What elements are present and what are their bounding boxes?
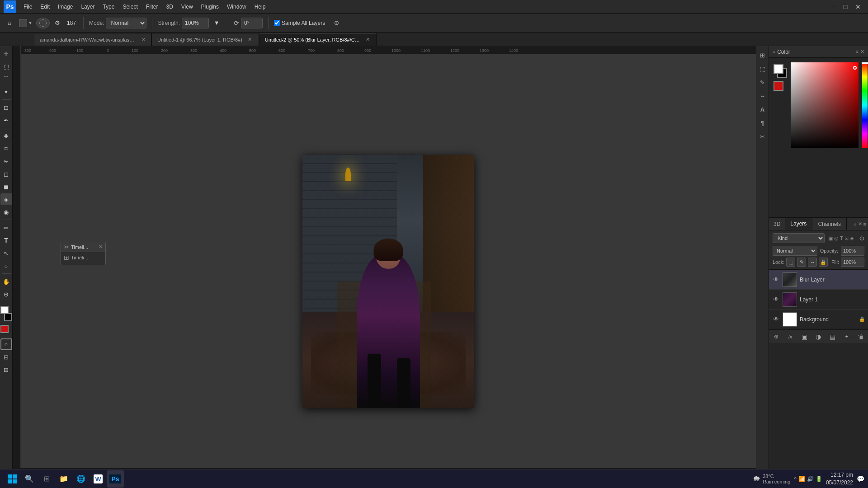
artboard-button[interactable]: ⊞ xyxy=(0,364,12,375)
blur-layer-visibility[interactable]: 👁 xyxy=(772,276,780,284)
menu-help[interactable]: Help xyxy=(251,2,269,12)
lock-pixels-button[interactable]: ⬚ xyxy=(786,258,795,267)
layer-filter-pixel[interactable]: ▣ xyxy=(828,235,833,241)
tab-2[interactable]: Untitled-2 @ 50% (Blur Layer, RGB/8#/CMY… xyxy=(259,33,377,46)
add-fx-button[interactable]: fx xyxy=(785,332,795,342)
magic-wand-tool[interactable]: ✦ xyxy=(0,86,12,98)
layers-panel-close[interactable]: ✕ xyxy=(858,221,862,227)
layer-filter-adjust[interactable]: ◎ xyxy=(834,235,839,241)
menu-3d[interactable]: 3D xyxy=(162,2,176,12)
menu-edit[interactable]: Edit xyxy=(37,2,53,12)
dodge-tool[interactable]: ◉ xyxy=(0,206,12,218)
gradient-tool[interactable]: ◼ xyxy=(0,181,12,192)
color-panel-close[interactable]: ✕ xyxy=(860,49,864,55)
selection-tool[interactable]: ⬚ xyxy=(0,61,12,72)
hue-slider[interactable] xyxy=(862,62,868,148)
path-select-tool[interactable]: ↖ xyxy=(0,247,12,259)
quick-mask-button[interactable]: ○ xyxy=(0,338,12,350)
brush-tool[interactable]: ⌑ xyxy=(0,143,12,155)
shape-tool[interactable]: ○ xyxy=(0,260,12,272)
maximize-button[interactable]: □ xyxy=(839,1,852,12)
strength-input[interactable] xyxy=(182,18,209,28)
layer-filter-type[interactable]: T xyxy=(840,235,843,241)
pen-tool[interactable]: ✏ xyxy=(0,222,12,234)
menu-image[interactable]: Image xyxy=(54,2,76,12)
lock-all-button[interactable]: 🔒 xyxy=(819,258,828,267)
notification-icon[interactable]: 💬 xyxy=(857,475,864,483)
menu-layer[interactable]: Layer xyxy=(77,2,98,12)
tray-arrow[interactable]: ^ xyxy=(794,476,797,482)
zoom-tool[interactable]: ⊕ xyxy=(0,288,12,300)
fill-input[interactable] xyxy=(841,258,864,267)
photoshop-button[interactable]: Ps xyxy=(107,470,124,488)
search-button[interactable]: 🔍 xyxy=(21,470,38,488)
explorer-button[interactable]: 📁 xyxy=(55,470,72,488)
character-icon[interactable]: A xyxy=(757,104,768,115)
home-button[interactable]: ⌂ xyxy=(4,17,15,29)
mode-select[interactable]: Normal Dissolve Multiply xyxy=(106,18,146,28)
layer-mode-select[interactable]: Normal Dissolve Multiply Screen xyxy=(773,246,817,256)
lock-position-button[interactable]: ✎ xyxy=(797,258,806,267)
new-adjustment-button[interactable]: ◑ xyxy=(813,332,823,342)
layer-item-background[interactable]: 👁 Background 🔒 xyxy=(769,310,868,329)
menu-filter[interactable]: Filter xyxy=(142,2,162,12)
layer-filter-shape[interactable]: ⊡ xyxy=(844,235,849,241)
layer1-visibility[interactable]: 👁 xyxy=(772,296,780,304)
canvas-area[interactable]: ≫ Timeli... ✕ ⊞ Timeli... xyxy=(21,54,756,468)
menu-select[interactable]: Select xyxy=(119,2,141,12)
lasso-tool[interactable]: ⌒ xyxy=(0,73,12,85)
sample-all-checkbox[interactable] xyxy=(274,20,280,26)
menu-plugins[interactable]: Plugins xyxy=(198,2,222,12)
layers-grid-icon[interactable]: ⬚ xyxy=(757,63,768,74)
canvas-image[interactable] xyxy=(302,155,474,408)
menu-type[interactable]: Type xyxy=(99,2,118,12)
sample-all-label[interactable]: Sample All Layers xyxy=(274,20,325,26)
volume-icon[interactable]: 🔊 xyxy=(807,476,814,482)
timeline-close-icon[interactable]: ✕ xyxy=(99,244,103,250)
background-chip[interactable] xyxy=(4,313,12,321)
menu-window[interactable]: Window xyxy=(223,2,250,12)
network-icon[interactable]: 📶 xyxy=(798,476,805,482)
close-button[interactable]: ✕ xyxy=(852,1,864,12)
screen-mode-button[interactable]: ⊟ xyxy=(0,351,12,363)
clock[interactable]: 12:17 pm 05/07/2022 xyxy=(826,471,853,487)
crop-tool[interactable]: ⊡ xyxy=(0,102,12,113)
eyedropper-tool[interactable]: ✒ xyxy=(0,114,12,126)
brush-preview-button[interactable] xyxy=(36,18,50,28)
brush-settings-button[interactable]: ⚙ xyxy=(52,17,63,29)
layer-kind-select[interactable]: Kind Name Effect xyxy=(773,233,825,243)
tab-channels[interactable]: Channels xyxy=(812,218,847,230)
lock-artboard-button[interactable]: ↔ xyxy=(808,258,817,267)
menu-file[interactable]: File xyxy=(20,2,36,12)
browser-button[interactable]: 🌐 xyxy=(72,470,90,488)
clone-tool[interactable]: ✁ xyxy=(0,155,12,167)
hand-tool[interactable]: ✋ xyxy=(0,276,12,287)
tab-3d[interactable]: 3D xyxy=(769,218,785,230)
red-chip[interactable] xyxy=(0,325,9,333)
timeline-collapse-icon[interactable]: ≫ xyxy=(64,244,69,250)
layer-item-blur[interactable]: 👁 Blur Layer xyxy=(769,270,868,290)
color-selector-button[interactable]: ▼ xyxy=(17,17,34,29)
delete-layer-button[interactable]: 🗑 xyxy=(856,332,866,342)
weather-widget[interactable]: 🌧 38°C Rain coming xyxy=(753,474,790,484)
word-button[interactable]: W xyxy=(90,470,107,488)
minimize-button[interactable]: ─ xyxy=(826,1,839,12)
taskview-button[interactable]: ⊞ xyxy=(38,470,55,488)
properties-icon[interactable]: ✎ xyxy=(757,77,768,88)
type-tool[interactable]: T xyxy=(0,235,12,246)
layer-filter-smart[interactable]: ◈ xyxy=(850,235,854,241)
paragraph-icon[interactable]: ¶ xyxy=(757,117,768,128)
color-panel-collapse[interactable]: ≡ xyxy=(856,49,859,55)
scissors-icon[interactable]: ✂ xyxy=(757,131,768,142)
fg-color-chip[interactable] xyxy=(774,64,783,74)
menu-view[interactable]: View xyxy=(178,2,197,12)
angle-input[interactable] xyxy=(241,18,263,28)
heal-tool[interactable]: ✚ xyxy=(0,130,12,142)
link-layers-button[interactable]: ⊕ xyxy=(771,332,781,342)
battery-icon[interactable]: 🔋 xyxy=(816,476,822,482)
layer-filter-toggle[interactable]: ⏻ xyxy=(859,235,864,241)
move-tool[interactable]: ✛ xyxy=(0,48,12,60)
layers-panel-collapse[interactable]: » xyxy=(854,221,856,227)
opacity-input[interactable] xyxy=(841,246,864,256)
new-layer-button[interactable]: + xyxy=(842,332,852,342)
